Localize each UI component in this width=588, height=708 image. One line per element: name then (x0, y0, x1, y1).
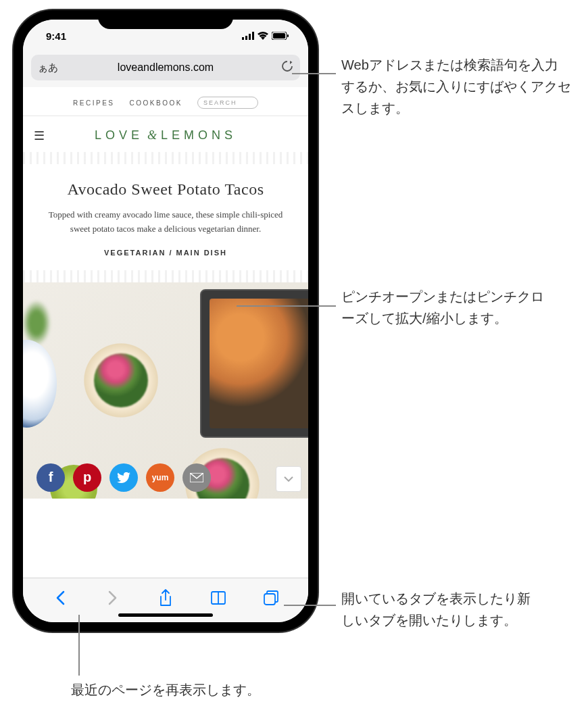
article-description: Topped with creamy avocado lime sauce, t… (23, 208, 308, 249)
status-right (242, 32, 289, 40)
home-indicator[interactable] (118, 613, 213, 617)
facebook-share-icon[interactable]: f (36, 463, 65, 492)
web-content[interactable]: RECIPES COOKBOOK SEARCH ☰ LOVE & LEMONS … (23, 87, 308, 578)
svg-rect-3 (252, 32, 254, 40)
url-bar: ぁあ loveandlemons.com (23, 52, 308, 87)
battery-icon (272, 32, 289, 40)
chevron-down-icon[interactable] (276, 466, 301, 492)
decorative-band-2 (23, 270, 308, 282)
status-time: 9:41 (46, 30, 66, 42)
article-title: Avocado Sweet Potato Tacos (23, 164, 308, 208)
svg-rect-6 (287, 34, 289, 37)
hero-image: f p yum (23, 282, 308, 499)
blue-plate (23, 340, 57, 428)
callout-line-urlbar (292, 73, 336, 74)
hamburger-menu-icon[interactable]: ☰ (34, 128, 45, 143)
callout-tabs: 開いているタブを表示したり新しいタブを開いたりします。 (341, 588, 537, 631)
iphone-frame: 9:41 ぁあ loveandlemons.com RECIPES COOKBO… (14, 10, 318, 632)
taco-1 (64, 323, 178, 438)
back-button[interactable] (45, 586, 75, 609)
forward-button[interactable] (98, 586, 128, 609)
article-categories[interactable]: VEGETARIAN / MAIN DISH (23, 249, 308, 270)
twitter-share-icon[interactable] (109, 463, 138, 492)
logo-amp: & (147, 128, 157, 143)
tabs-button[interactable] (256, 586, 286, 609)
share-button[interactable] (151, 586, 180, 609)
url-field[interactable]: ぁあ loveandlemons.com (31, 55, 300, 80)
share-row: f p yum (36, 463, 211, 492)
svg-rect-0 (242, 37, 244, 40)
callout-urlbar: Webアドレスまたは検索語句を入力するか、お気に入りにすばやくアクセスします。 (341, 54, 571, 119)
callout-line-recent (78, 615, 80, 676)
logo-lemons: LEMONS (161, 128, 237, 143)
cellular-signal-icon (242, 32, 254, 40)
site-nav: RECIPES COOKBOOK SEARCH (23, 87, 308, 116)
text-size-button[interactable]: ぁあ (38, 61, 58, 74)
site-logo[interactable]: LOVE & LEMONS (95, 128, 237, 143)
svg-rect-1 (245, 36, 247, 40)
callout-line-pinch (237, 305, 336, 307)
notch (98, 10, 233, 29)
callout-recent: 最近のページを再表示します。 (71, 679, 314, 701)
svg-rect-8 (264, 594, 275, 605)
logo-love: LOVE (95, 128, 143, 143)
bookmarks-button[interactable] (203, 586, 233, 609)
pinterest-share-icon[interactable]: p (73, 463, 101, 492)
decorative-band (23, 152, 308, 164)
site-search-field[interactable]: SEARCH (197, 97, 258, 109)
svg-rect-2 (249, 34, 251, 40)
yummly-share-icon[interactable]: yum (146, 463, 174, 492)
wifi-icon (258, 32, 268, 40)
site-header: ☰ LOVE & LEMONS (23, 116, 308, 152)
roasting-tray (200, 289, 308, 438)
nav-recipes[interactable]: RECIPES (73, 99, 114, 107)
svg-rect-5 (273, 33, 285, 39)
callout-line-tabs (284, 605, 336, 606)
screen: 9:41 ぁあ loveandlemons.com RECIPES COOKBO… (23, 20, 308, 622)
email-share-icon[interactable] (182, 463, 211, 492)
nav-cookbook[interactable]: COOKBOOK (130, 99, 182, 107)
url-domain-text[interactable]: loveandlemons.com (118, 61, 214, 74)
callout-pinch: ピンチオープンまたはピンチクローズして拡大/縮小します。 (341, 286, 544, 329)
